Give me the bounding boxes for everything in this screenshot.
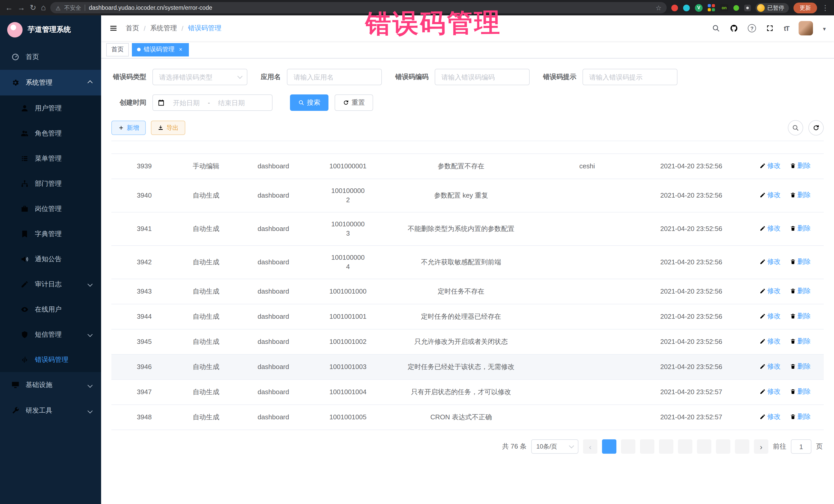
error-code-input[interactable] — [435, 69, 530, 85]
address-bar[interactable]: 不安全 dashboard.yudao.iocoder.cn/system/er… — [50, 2, 667, 13]
tab-error-code[interactable]: 错误码管理 — [132, 43, 189, 56]
sidebar-item-error-code[interactable]: 错误码管理 — [0, 347, 101, 372]
error-type-select[interactable] — [152, 69, 247, 85]
error-type-select-input[interactable] — [152, 69, 247, 85]
sidebar-item-audit-log[interactable]: 审计日志 — [0, 271, 101, 297]
user-avatar[interactable] — [799, 21, 813, 36]
browser-reload-icon[interactable] — [30, 0, 36, 15]
edit-button[interactable]: 修改 — [760, 191, 781, 200]
browser-home-icon[interactable] — [41, 0, 46, 15]
end-date-input[interactable] — [213, 98, 250, 107]
page-button[interactable] — [640, 439, 654, 454]
github-icon[interactable] — [730, 24, 738, 32]
cell-create-time: 2021-04-20 23:52:56 — [636, 179, 746, 212]
extension-on-icon[interactable] — [720, 4, 728, 11]
delete-button[interactable]: 删除 — [790, 161, 811, 170]
extension-red-icon[interactable] — [671, 4, 678, 11]
edit-button[interactable]: 修改 — [760, 224, 781, 233]
cell-actions: 修改 删除 — [746, 354, 824, 379]
sidebar-item-users[interactable]: 用户管理 — [0, 95, 101, 120]
toggle-search-button[interactable] — [788, 120, 803, 135]
browser-update-button[interactable]: 更新 — [793, 2, 817, 13]
sidebar-item-departments[interactable]: 部门管理 — [0, 171, 101, 196]
delete-button[interactable]: 删除 — [790, 362, 811, 371]
tab-home[interactable]: 首页 — [106, 43, 129, 56]
page-button[interactable] — [621, 439, 635, 454]
browser-back-icon[interactable] — [5, 0, 13, 15]
sidebar-item-notice[interactable]: 通知公告 — [0, 246, 101, 271]
sidebar-item-menus[interactable]: 菜单管理 — [0, 146, 101, 171]
page-button[interactable] — [659, 439, 673, 454]
extension-grid-icon[interactable] — [708, 4, 715, 11]
goto-page-input[interactable] — [791, 439, 811, 454]
edit-button[interactable]: 修改 — [760, 337, 781, 346]
search-icon[interactable] — [712, 24, 720, 32]
extension-green-v-icon[interactable] — [695, 4, 703, 12]
browser-forward-icon[interactable] — [18, 0, 25, 15]
app-name-input[interactable] — [287, 69, 382, 85]
font-size-icon[interactable] — [784, 24, 789, 33]
navbar-actions — [712, 21, 826, 36]
hamburger-icon[interactable] — [109, 24, 117, 32]
error-message-input[interactable] — [583, 69, 678, 85]
edit-button[interactable]: 修改 — [760, 387, 781, 396]
page-button[interactable] — [697, 439, 711, 454]
table-row: 3943 自动生成 dashboard 1001001000 定时任务不存在 2… — [111, 279, 824, 304]
chevron-down-icon[interactable] — [823, 24, 826, 33]
sidebar-item-positions[interactable]: 岗位管理 — [0, 196, 101, 221]
delete-button[interactable]: 删除 — [790, 311, 811, 321]
cell-create-time: 2021-04-20 23:52:56 — [636, 329, 746, 354]
close-icon[interactable] — [178, 46, 184, 52]
bookmark-star-icon[interactable] — [656, 3, 662, 12]
browser-menu-icon[interactable] — [822, 0, 829, 15]
prev-page-button[interactable] — [583, 439, 597, 454]
cell-app-name: dashboard — [235, 279, 312, 304]
page-button[interactable] — [735, 439, 749, 454]
delete-button[interactable]: 删除 — [790, 412, 811, 421]
reset-button[interactable]: 重置 — [335, 94, 373, 111]
start-date-input[interactable] — [168, 98, 205, 107]
delete-button[interactable]: 删除 — [790, 337, 811, 346]
breadcrumb-home[interactable]: 首页 — [126, 24, 139, 33]
add-button[interactable]: 新增 — [111, 120, 146, 135]
page-button[interactable] — [602, 439, 616, 454]
sidebar-item-devtools[interactable]: 研发工具 — [0, 398, 101, 423]
sidebar-item-home[interactable]: 首页 — [0, 44, 101, 70]
help-icon[interactable] — [748, 24, 756, 32]
edit-button[interactable]: 修改 — [760, 161, 781, 170]
extension-dark-icon[interactable] — [744, 4, 751, 11]
sidebar-item-roles[interactable]: 角色管理 — [0, 120, 101, 146]
delete-button[interactable]: 删除 — [790, 257, 811, 266]
screen: 不安全 dashboard.yudao.iocoder.cn/system/er… — [0, 0, 834, 504]
sidebar-item-system[interactable]: 系统管理 — [0, 70, 101, 95]
sidebar-item-dictionary[interactable]: 字典管理 — [0, 221, 101, 246]
refresh-table-button[interactable] — [808, 120, 824, 135]
extension-teal-icon[interactable] — [683, 4, 690, 11]
date-range-picker[interactable]: - — [152, 94, 272, 111]
delete-button[interactable]: 删除 — [790, 224, 811, 233]
next-page-button[interactable] — [754, 439, 768, 454]
edit-button[interactable]: 修改 — [760, 362, 781, 371]
page-size-select[interactable]: 10条/页 — [531, 439, 578, 454]
delete-button[interactable]: 删除 — [790, 286, 811, 295]
fullscreen-icon[interactable] — [766, 24, 774, 32]
breadcrumb-system[interactable]: 系统管理 — [150, 24, 177, 33]
delete-button[interactable]: 删除 — [790, 387, 811, 396]
browser-profile-chip[interactable]: 已暂停 — [755, 3, 789, 13]
url-text[interactable]: dashboard.yudao.iocoder.cn/system/error-… — [89, 5, 652, 11]
search-button[interactable]: 搜索 — [290, 94, 328, 111]
sidebar-item-online-users[interactable]: 在线用户 — [0, 297, 101, 322]
edit-button[interactable]: 修改 — [760, 257, 781, 266]
edit-button[interactable]: 修改 — [760, 412, 781, 421]
sidebar-item-sms[interactable]: 短信管理 — [0, 322, 101, 347]
delete-button[interactable]: 删除 — [790, 191, 811, 200]
app-logo[interactable]: 芋道管理系统 — [0, 15, 101, 44]
edit-button[interactable]: 修改 — [760, 286, 781, 295]
page-button[interactable] — [716, 439, 730, 454]
edit-button[interactable]: 修改 — [760, 311, 781, 321]
extension-green-dot-icon[interactable] — [733, 5, 739, 10]
export-button[interactable]: 导出 — [151, 120, 185, 135]
sidebar-item-infrastructure[interactable]: 基础设施 — [0, 372, 101, 398]
page-button[interactable] — [678, 439, 692, 454]
security-label[interactable]: 不安全 — [64, 4, 81, 12]
